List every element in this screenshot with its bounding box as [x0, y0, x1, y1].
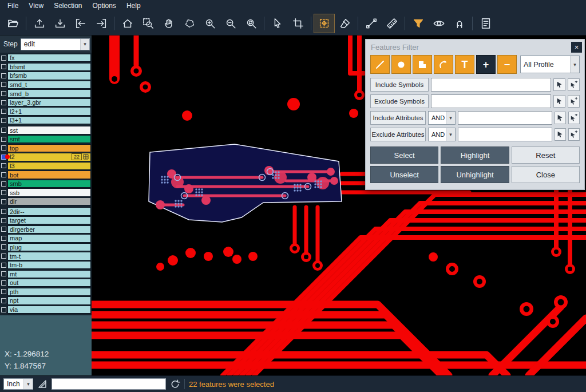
remove-filter-button[interactable]: − — [497, 55, 517, 74]
layer-visibility-checkbox[interactable] — [0, 261, 7, 269]
pointer-button[interactable] — [267, 14, 287, 33]
layer-cell[interactable]: top — [7, 144, 91, 152]
layer-row[interactable]: layer_3.gbr — [0, 98, 91, 106]
pick-symbol-add-button[interactable] — [568, 78, 580, 91]
layer-visibility-checkbox[interactable] — [0, 197, 7, 205]
measure-button[interactable] — [382, 14, 402, 33]
layer-cell[interactable]: layer_3.gbr — [7, 98, 91, 106]
line-feature-button[interactable] — [370, 55, 390, 74]
layer-row[interactable]: tm-t — [0, 252, 91, 260]
surface-feature-button[interactable] — [413, 55, 432, 74]
feature-select-button[interactable] — [314, 14, 334, 33]
layer-row[interactable]: pth — [0, 288, 91, 296]
layer-cell[interactable]: bot — [7, 171, 91, 179]
layer-cell[interactable]: mt — [7, 270, 91, 278]
layer-row[interactable]: via — [0, 306, 91, 314]
layer-visibility-checkbox[interactable] — [0, 135, 7, 143]
layer-cell[interactable]: via — [7, 306, 91, 314]
layer-cell[interactable]: l3+1 — [7, 116, 91, 124]
layer-row[interactable]: bot — [0, 171, 91, 179]
layer-row[interactable]: smd_t — [0, 81, 91, 89]
include-symbols-input[interactable] — [431, 78, 551, 92]
pick-attribute-button[interactable] — [555, 128, 566, 141]
pick-symbol-button[interactable] — [553, 95, 565, 108]
pick-attribute-add-button[interactable] — [568, 128, 580, 141]
zoom-out-button[interactable] — [220, 14, 240, 33]
layer-visibility-checkbox[interactable] — [0, 162, 7, 170]
highlight-button[interactable]: Highlight — [441, 146, 509, 164]
open-folder-button[interactable] — [3, 14, 23, 33]
exclude-attributes-operator-select[interactable]: AND ▾ — [428, 128, 456, 141]
zoom-in-button[interactable] — [200, 14, 220, 33]
layer-row[interactable]: smt — [0, 135, 91, 143]
pad-feature-button[interactable] — [391, 55, 411, 74]
dialog-title-bar[interactable]: Features Filter × — [366, 39, 584, 54]
pick-attribute-add-button[interactable] — [568, 112, 580, 124]
layer-visibility-checkbox[interactable] — [0, 216, 7, 224]
layer-visibility-checkbox[interactable] — [0, 98, 7, 106]
exclude-attributes-input[interactable] — [458, 128, 552, 141]
layer-cell[interactable]: out — [7, 279, 91, 287]
selection-region[interactable] — [149, 144, 342, 222]
layer-cell[interactable]: l2+1 — [7, 107, 91, 115]
pick-attribute-button[interactable] — [555, 112, 566, 124]
layer-row[interactable]: dir — [0, 197, 91, 205]
layer-visibility-checkbox[interactable] — [0, 296, 7, 304]
menu-item-view[interactable]: View — [23, 1, 49, 11]
pick-symbol-button[interactable] — [553, 78, 565, 91]
layer-visibility-checkbox[interactable] — [0, 279, 7, 287]
text-feature-button[interactable]: T — [455, 55, 474, 74]
layer-row[interactable]: l2 22 — [0, 153, 91, 161]
layer-row[interactable]: npt — [0, 296, 91, 304]
layer-row[interactable]: sst — [0, 126, 91, 134]
exclude-symbols-button[interactable]: Exclude Symbols — [370, 94, 429, 108]
layer-visibility-checkbox[interactable] — [0, 306, 7, 314]
report-button[interactable] — [476, 14, 496, 33]
layer-visibility-checkbox[interactable] — [0, 234, 7, 242]
pan-button[interactable] — [159, 14, 179, 33]
close-button[interactable]: Close — [512, 166, 580, 183]
menu-item-options[interactable]: Options — [88, 1, 121, 11]
step-select[interactable]: edit ▾ — [21, 38, 90, 50]
layer-cell[interactable]: l2 22 — [7, 153, 91, 161]
layer-row[interactable]: mt — [0, 270, 91, 278]
crop-select-button[interactable] — [288, 14, 308, 33]
layer-cell[interactable]: plug — [7, 243, 91, 251]
layer-visibility-checkbox[interactable] — [0, 107, 7, 115]
layer-visibility-checkbox[interactable] — [0, 81, 7, 89]
layer-cell[interactable]: smd_t — [7, 81, 91, 89]
move-right-button[interactable] — [91, 14, 111, 33]
command-input[interactable] — [52, 378, 166, 390]
layer-row[interactable]: l3+1 — [0, 116, 91, 124]
layer-row[interactable]: fx — [0, 54, 91, 62]
layer-visibility-checkbox[interactable] — [0, 116, 7, 124]
unselect-button[interactable]: Unselect — [370, 166, 438, 183]
layer-cell[interactable]: dirgerber — [7, 225, 91, 233]
layer-cell[interactable]: bfsmb — [7, 72, 91, 80]
layer-row[interactable]: target — [0, 216, 91, 224]
layer-row[interactable]: plug — [0, 243, 91, 251]
layer-visibility-checkbox[interactable] — [0, 243, 7, 251]
select-button[interactable]: Select — [370, 146, 438, 164]
layer-visibility-checkbox[interactable] — [0, 180, 7, 188]
chevron-down-icon[interactable]: ▾ — [446, 112, 455, 124]
layer-visibility-checkbox[interactable] — [0, 207, 7, 215]
layer-visibility-checkbox[interactable] — [0, 54, 7, 62]
chevron-down-icon[interactable]: ▾ — [570, 56, 579, 73]
exclude-attributes-button[interactable]: Exclude Attributes — [370, 128, 426, 141]
layer-cell[interactable]: l3 — [7, 162, 91, 170]
layer-row[interactable]: map — [0, 234, 91, 242]
line-edit-button[interactable] — [361, 14, 381, 33]
layer-cell[interactable]: fx — [7, 54, 91, 62]
layer-visibility-checkbox[interactable] — [0, 63, 7, 71]
profile-select[interactable]: All Profile ▾ — [520, 56, 580, 73]
layer-cell[interactable]: tm-b — [7, 261, 91, 269]
layer-row[interactable]: tm-b — [0, 261, 91, 269]
layer-row[interactable]: smd_b — [0, 89, 91, 97]
layer-row[interactable]: ssb — [0, 188, 91, 196]
unhighlight-button[interactable]: Unhighlight — [441, 166, 509, 183]
layer-cell[interactable]: tm-t — [7, 252, 91, 260]
layer-row[interactable]: bfsmt — [0, 63, 91, 71]
layer-row[interactable]: top — [0, 144, 91, 152]
erase-button[interactable] — [335, 14, 355, 33]
